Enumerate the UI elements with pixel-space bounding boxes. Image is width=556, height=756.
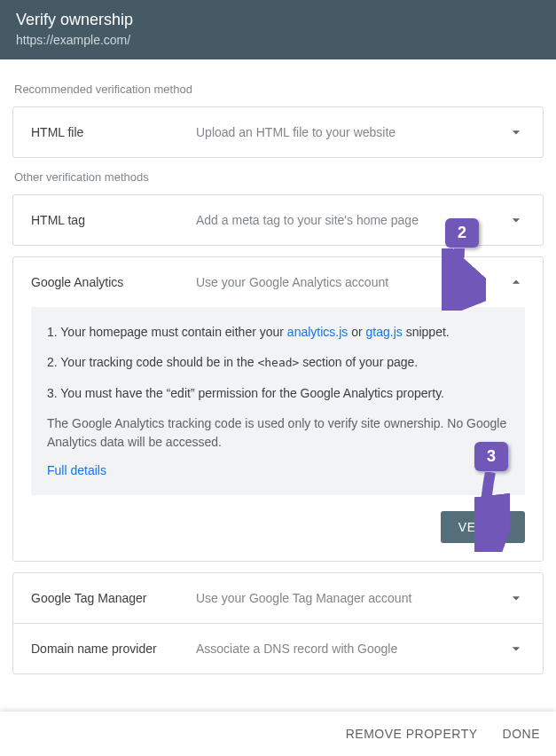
- remove-property-button[interactable]: REMOVE PROPERTY: [346, 727, 478, 741]
- other-label: Other verification methods: [14, 170, 544, 184]
- panel-html-tag[interactable]: HTML tag Add a meta tag to your site's h…: [13, 195, 543, 245]
- panel-title: HTML tag: [31, 213, 196, 227]
- ga-actions: VERIFY: [13, 511, 543, 561]
- panel-title: HTML file: [31, 125, 196, 139]
- footer-bar: REMOVE PROPERTY DONE: [0, 712, 556, 756]
- ga-note: The Google Analytics tracking code is us…: [47, 414, 509, 451]
- card-html-tag: HTML tag Add a meta tag to your site's h…: [12, 194, 544, 246]
- text: 1. Your homepage must contain either you…: [47, 325, 287, 339]
- chevron-up-icon: [507, 273, 525, 291]
- chevron-down-icon: [507, 589, 525, 607]
- full-details-link[interactable]: Full details: [47, 463, 106, 477]
- panel-google-analytics[interactable]: Google Analytics Use your Google Analyti…: [13, 257, 543, 307]
- done-button[interactable]: DONE: [503, 727, 540, 741]
- head-code: <head>: [257, 356, 299, 369]
- recommended-label: Recommended verification method: [14, 83, 544, 96]
- ga-step-1: 1. Your homepage must contain either you…: [47, 323, 509, 341]
- verify-button[interactable]: VERIFY: [441, 511, 525, 543]
- ga-step-2: 2. Your tracking code should be in the <…: [47, 353, 509, 372]
- panel-desc: Associate a DNS record with Google: [196, 642, 507, 656]
- panel-gtm[interactable]: Google Tag Manager Use your Google Tag M…: [13, 573, 543, 623]
- chevron-down-icon: [507, 123, 525, 141]
- page-url: https://example.com/: [16, 33, 540, 47]
- panel-title: Domain name provider: [31, 642, 196, 656]
- card-other-methods: Google Tag Manager Use your Google Tag M…: [12, 572, 544, 674]
- text: 2. Your tracking code should be in the: [47, 355, 257, 369]
- panel-desc: Use your Google Analytics account: [196, 275, 507, 289]
- chevron-down-icon: [507, 211, 525, 229]
- content-area: Recommended verification method HTML fil…: [0, 59, 556, 674]
- chevron-down-icon: [507, 640, 525, 658]
- panel-dns[interactable]: Domain name provider Associate a DNS rec…: [13, 623, 543, 673]
- panel-title: Google Analytics: [31, 275, 196, 289]
- card-google-analytics: Google Analytics Use your Google Analyti…: [12, 256, 544, 562]
- analytics-js-link[interactable]: analytics.js: [287, 325, 348, 339]
- card-html-file: HTML file Upload an HTML file to your we…: [12, 106, 544, 158]
- panel-desc: Upload an HTML file to your website: [196, 125, 507, 139]
- panel-title: Google Tag Manager: [31, 591, 196, 605]
- text: section of your page.: [299, 355, 418, 369]
- panel-desc: Add a meta tag to your site's home page: [196, 213, 507, 227]
- gtag-js-link[interactable]: gtag.js: [366, 325, 403, 339]
- text: or: [348, 325, 365, 339]
- ga-step-3: 3. You must have the “edit” permission f…: [47, 384, 509, 402]
- panel-html-file[interactable]: HTML file Upload an HTML file to your we…: [13, 107, 543, 157]
- page-title: Verify ownership: [16, 11, 540, 29]
- panel-desc: Use your Google Tag Manager account: [196, 591, 507, 605]
- ga-body: 1. Your homepage must contain either you…: [31, 307, 525, 495]
- text: snippet.: [403, 325, 450, 339]
- header-bar: Verify ownership https://example.com/: [0, 0, 556, 59]
